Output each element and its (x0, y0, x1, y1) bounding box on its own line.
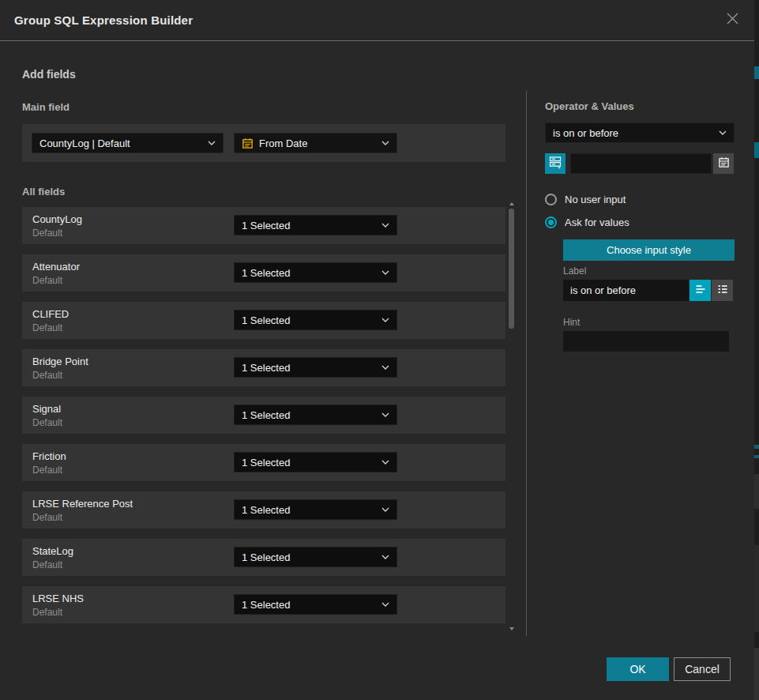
field-dropdown[interactable]: From Date (234, 133, 397, 153)
date-picker-button[interactable] (713, 153, 734, 174)
field-selection-dropdown[interactable]: 1 Selected (234, 405, 397, 425)
field-type: Default (32, 275, 62, 286)
field-row: Bridge Point Default 1 Selected (22, 349, 505, 386)
value-source-icon (548, 155, 562, 172)
radio-circle-icon (545, 194, 557, 205)
hint-input[interactable] (563, 331, 729, 352)
selection-value: 1 Selected (242, 599, 290, 611)
chevron-down-icon (381, 460, 389, 465)
selection-value: 1 Selected (242, 267, 290, 279)
list-scrollbar[interactable] (509, 202, 515, 630)
field-name: Signal (32, 403, 61, 415)
chevron-down-icon (381, 602, 389, 607)
operator-dropdown-value: is on or before (553, 127, 618, 139)
single-value-style-button[interactable] (689, 280, 711, 301)
radio-no-user-input[interactable]: No user input (545, 194, 626, 205)
field-type: Default (32, 370, 62, 381)
group-sql-expression-builder-dialog: Group SQL Expression Builder Add fields … (0, 0, 754, 700)
all-fields-list: CountyLog Default 1 Selected Attenuator … (22, 207, 505, 634)
cancel-button[interactable]: Cancel (674, 657, 731, 681)
field-name: CLIFED (32, 308, 69, 320)
chevron-down-icon (208, 141, 216, 145)
field-name: Bridge Point (32, 356, 88, 367)
radio-label: Ask for values (565, 216, 629, 228)
field-name: LRSE NHS (32, 593, 84, 604)
field-type: Default (32, 417, 62, 428)
screen: Group SQL Expression Builder Add fields … (0, 0, 759, 700)
align-left-icon (694, 283, 707, 299)
layer-dropdown[interactable]: CountyLog | Default (32, 133, 224, 153)
calendar-icon (718, 156, 730, 171)
radio-circle-selected-icon (545, 216, 557, 228)
radio-label: No user input (565, 194, 626, 205)
selection-value: 1 Selected (242, 457, 290, 469)
field-name: Friction (32, 450, 66, 462)
field-row: StateLog Default 1 Selected (22, 539, 505, 576)
selection-value: 1 Selected (242, 362, 290, 374)
field-selection-dropdown[interactable]: 1 Selected (234, 594, 397, 615)
dialog-title: Group SQL Expression Builder (14, 13, 193, 27)
field-selection-dropdown[interactable]: 1 Selected (234, 310, 397, 330)
choose-input-style-button[interactable]: Choose input style (563, 239, 735, 261)
field-dropdown-value: From Date (259, 137, 307, 149)
field-type: Default (32, 322, 62, 333)
field-selection-dropdown[interactable]: 1 Selected (234, 262, 397, 283)
field-row: Friction Default 1 Selected (22, 444, 505, 481)
chevron-down-icon (381, 365, 389, 370)
hint-field-label: Hint (563, 317, 580, 328)
add-fields-heading: Add fields (22, 68, 76, 81)
chevron-down-icon (381, 270, 389, 275)
field-type: Default (32, 512, 62, 523)
field-selection-dropdown[interactable]: 1 Selected (234, 215, 397, 235)
field-row: LRSE NHS Default 1 Selected (22, 586, 505, 623)
close-button[interactable] (724, 13, 740, 28)
scroll-down-arrow-icon[interactable] (509, 627, 514, 630)
dialog-titlebar: Group SQL Expression Builder (0, 0, 754, 41)
field-selection-dropdown[interactable]: 1 Selected (234, 357, 397, 378)
chevron-down-icon (381, 507, 389, 512)
field-row: CountyLog Default 1 Selected (22, 207, 505, 244)
field-type: Default (32, 228, 62, 239)
field-type: Default (32, 559, 62, 570)
field-name: CountyLog (32, 213, 82, 225)
label-input[interactable] (563, 280, 689, 301)
scroll-up-arrow-icon[interactable] (509, 202, 514, 205)
field-name: StateLog (32, 545, 73, 557)
value-source-button[interactable] (545, 153, 565, 174)
all-fields-label: All fields (22, 186, 65, 198)
label-field-label: Label (563, 265, 586, 277)
scrollbar-thumb[interactable] (509, 209, 514, 329)
operator-values-heading: Operator & Values (545, 100, 634, 112)
ok-button[interactable]: OK (607, 657, 669, 681)
selection-value: 1 Selected (242, 220, 290, 231)
field-type: Default (32, 607, 62, 618)
list-value-style-button[interactable] (712, 280, 733, 301)
operator-dropdown[interactable]: is on or before (545, 122, 735, 143)
field-selection-dropdown[interactable]: 1 Selected (234, 499, 397, 520)
selection-value: 1 Selected (242, 504, 290, 516)
value-date-input[interactable] (570, 153, 712, 174)
field-selection-dropdown[interactable]: 1 Selected (234, 547, 397, 567)
radio-ask-for-values[interactable]: Ask for values (545, 216, 629, 228)
field-name: Attenuator (32, 261, 80, 273)
chevron-down-icon (381, 223, 389, 228)
field-row: Attenuator Default 1 Selected (22, 254, 505, 292)
field-row: CLIFED Default 1 Selected (22, 302, 505, 339)
field-row: LRSE Reference Post Default 1 Selected (22, 491, 505, 529)
list-icon (716, 283, 729, 299)
chevron-down-icon (381, 555, 389, 559)
background-app-edge (754, 0, 759, 700)
panel-divider (526, 91, 527, 636)
main-field-panel: CountyLog | Default From Date (22, 124, 505, 162)
chevron-down-icon (719, 130, 727, 135)
close-icon (726, 12, 739, 28)
selection-value: 1 Selected (242, 409, 290, 421)
field-selection-dropdown[interactable]: 1 Selected (234, 452, 397, 472)
chevron-down-icon (381, 141, 389, 145)
field-type: Default (32, 465, 62, 476)
chevron-down-icon (381, 318, 389, 322)
calendar-icon (242, 137, 254, 149)
field-name: LRSE Reference Post (32, 498, 133, 510)
selection-value: 1 Selected (242, 314, 290, 326)
chevron-down-icon (381, 412, 389, 417)
